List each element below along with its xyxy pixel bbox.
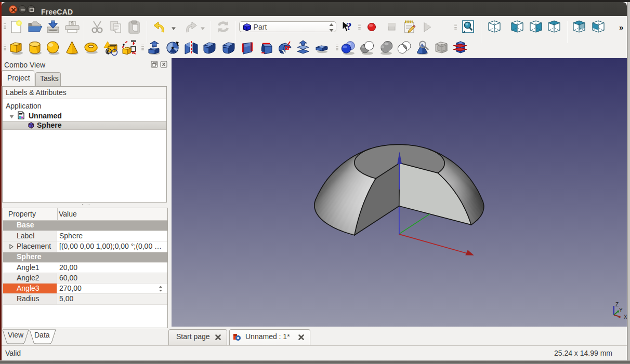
svg-text:Y: Y: [619, 307, 623, 313]
svg-text:Z: Z: [615, 302, 619, 307]
svg-text:?: ?: [346, 20, 352, 33]
